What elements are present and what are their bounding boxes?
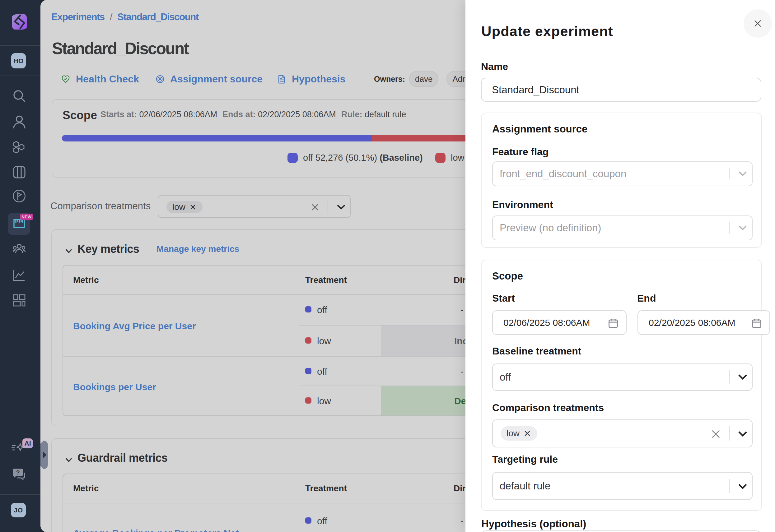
- svg-text:?: ?: [16, 469, 20, 476]
